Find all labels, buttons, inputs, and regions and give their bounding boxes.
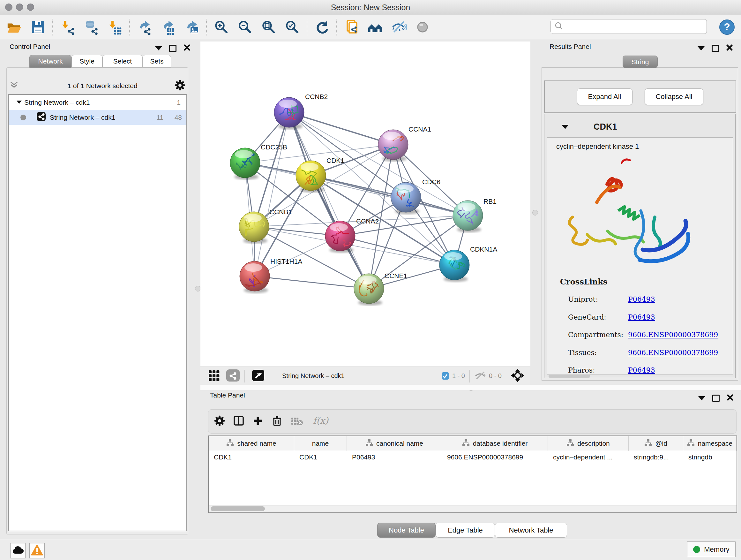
- hidden-eye-icon[interactable]: [474, 371, 486, 381]
- network-row-selected[interactable]: String Network – cdk1 11 48: [9, 110, 186, 125]
- svg-text:?: ?: [724, 21, 730, 33]
- open-session-icon[interactable]: [6, 19, 22, 35]
- help-button[interactable]: ?: [719, 19, 735, 35]
- warnings-button[interactable]: [29, 543, 45, 558]
- open-in-window-icon[interactable]: [252, 369, 265, 383]
- columns-icon[interactable]: [233, 415, 244, 428]
- grid-view-icon[interactable]: [208, 370, 221, 382]
- crosslink-link[interactable]: P06493: [628, 313, 655, 321]
- add-icon[interactable]: [253, 415, 263, 428]
- table-scrollbar-thumb[interactable]: [211, 506, 265, 511]
- network-options-gear-icon[interactable]: [174, 79, 186, 92]
- node-CDC25B[interactable]: [230, 148, 260, 178]
- close-panel-icon[interactable]: [184, 44, 191, 52]
- selected-checkbox[interactable]: [442, 372, 449, 380]
- column-header-database-identifier[interactable]: database identifier: [442, 436, 548, 451]
- cell-namespace[interactable]: stringdb: [683, 453, 737, 461]
- first-neighbors-icon[interactable]: [367, 19, 383, 35]
- cell-database-identifier[interactable]: 9606.ENSP00000378699: [442, 453, 548, 461]
- node-RB1[interactable]: [453, 200, 483, 231]
- column-header-canonical-name[interactable]: canonical name: [347, 436, 442, 451]
- collapse-icon[interactable]: [16, 99, 24, 106]
- tab-edge-table[interactable]: Edge Table: [435, 523, 495, 538]
- collapse-section-icon[interactable]: [562, 125, 569, 129]
- float-panel-icon[interactable]: [712, 395, 720, 402]
- gear-icon[interactable]: [214, 415, 225, 428]
- node-label-CCNE1: CCNE1: [385, 272, 407, 279]
- zoom-in-icon[interactable]: [213, 19, 229, 35]
- cloud-button[interactable]: [10, 543, 25, 558]
- tab-network-table[interactable]: Network Table: [495, 523, 567, 538]
- column-header-shared-name[interactable]: shared name: [209, 436, 294, 451]
- birds-eye-view-icon[interactable]: [511, 368, 525, 384]
- column-header-@id[interactable]: @id: [629, 436, 683, 451]
- network-collection-row[interactable]: String Network – cdk1 1: [9, 95, 186, 110]
- import-network-from-file-icon[interactable]: [60, 19, 76, 35]
- table-row[interactable]: CDK1CDK1P064939606.ENSP00000378699cyclin…: [209, 451, 737, 463]
- node-CCNA1[interactable]: [378, 130, 408, 160]
- panel-menu-icon[interactable]: [697, 46, 704, 51]
- export-image-icon[interactable]: [184, 19, 200, 35]
- node-HIST1H1A[interactable]: [240, 261, 270, 291]
- panel-menu-icon[interactable]: [698, 396, 705, 400]
- new-network-from-selection-icon[interactable]: [344, 19, 360, 35]
- tab-network[interactable]: Network: [29, 55, 71, 68]
- crosslink-link[interactable]: 9606.ENSP00000378699: [628, 349, 718, 357]
- node-CDKN1A[interactable]: [440, 250, 469, 280]
- close-panel-icon[interactable]: [727, 394, 734, 402]
- memory-button[interactable]: Memory: [687, 542, 736, 557]
- cell-description[interactable]: cyclin–dependent ...: [548, 453, 629, 461]
- show-all-icon[interactable]: [414, 19, 430, 35]
- float-panel-icon[interactable]: [169, 45, 177, 52]
- cell-shared-name[interactable]: CDK1: [209, 453, 294, 461]
- crosslink-label: Uniprot:: [568, 295, 628, 303]
- expand-all-button[interactable]: Expand All: [577, 88, 632, 105]
- column-header-name[interactable]: name: [294, 436, 347, 451]
- close-panel-icon[interactable]: [726, 44, 733, 52]
- export-table-to-file-icon[interactable]: [160, 19, 176, 35]
- node-CCNB2[interactable]: [274, 98, 304, 127]
- zoom-out-icon[interactable]: [237, 19, 253, 35]
- refresh-icon[interactable]: [314, 19, 330, 35]
- zoom-fit-icon[interactable]: [261, 19, 277, 35]
- cdk1-section-header[interactable]: CDK1: [562, 122, 617, 132]
- crosslink-link[interactable]: 9606.ENSP00000378699: [628, 331, 718, 339]
- collapse-expand-icons[interactable]: [8, 80, 30, 91]
- cell-canonical-name[interactable]: P06493: [347, 453, 442, 461]
- float-panel-icon[interactable]: [712, 45, 719, 52]
- node-CCNE1[interactable]: [354, 273, 384, 304]
- trash-icon[interactable]: [272, 415, 282, 428]
- tab-string[interactable]: String: [623, 56, 658, 68]
- cell-@id[interactable]: stringdb:9...: [629, 453, 683, 461]
- zoom-selected-icon[interactable]: [284, 19, 300, 35]
- right-splitter-handle[interactable]: [532, 210, 538, 215]
- save-session-icon[interactable]: [30, 19, 46, 35]
- network-canvas[interactable]: CCNB2CCNA1CDC25BCDK1CDC6RB1CCNB1CCNA2CDK…: [200, 42, 530, 367]
- table-horizontal-scrollbar[interactable]: [209, 505, 737, 512]
- results-scrollbar-thumb[interactable]: [549, 375, 590, 378]
- crosslink-link[interactable]: P06493: [628, 295, 655, 303]
- panel-menu-icon[interactable]: [155, 46, 162, 51]
- collapse-all-button[interactable]: Collapse All: [645, 88, 704, 105]
- tab-sets[interactable]: Sets: [143, 55, 171, 68]
- import-network-from-database-icon[interactable]: [83, 19, 99, 35]
- tab-style[interactable]: Style: [71, 55, 103, 68]
- node-CCNA2[interactable]: [325, 221, 355, 251]
- export-network-to-file-icon[interactable]: [137, 19, 152, 35]
- search-input[interactable]: [563, 23, 706, 30]
- left-splitter-handle[interactable]: [195, 286, 201, 292]
- column-header-description[interactable]: description: [548, 436, 629, 451]
- node-CDK1[interactable]: [296, 161, 326, 191]
- tab-node-table[interactable]: Node Table: [377, 523, 435, 538]
- import-table-from-file-icon[interactable]: [107, 19, 123, 35]
- share-network-icon[interactable]: [226, 369, 240, 383]
- tab-select[interactable]: Select: [103, 55, 143, 68]
- search-field[interactable]: [550, 19, 707, 34]
- node-CDC6[interactable]: [391, 182, 421, 212]
- collection-label: String Network – cdk1: [24, 99, 177, 106]
- crosslink-link[interactable]: P06493: [628, 366, 655, 374]
- cell-name[interactable]: CDK1: [294, 453, 347, 461]
- column-header-namespace[interactable]: namespace: [683, 436, 737, 451]
- hide-selected-icon[interactable]: [391, 19, 407, 35]
- node-CCNB1[interactable]: [239, 212, 269, 242]
